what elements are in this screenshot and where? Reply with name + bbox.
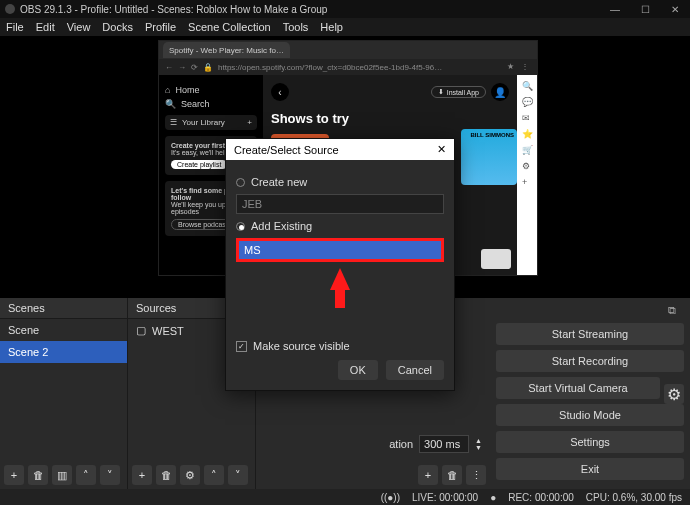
start-virtual-camera-button[interactable]: Start Virtual Camera bbox=[496, 377, 660, 399]
source-properties-button[interactable]: ⚙ bbox=[180, 465, 200, 485]
dialog-close-button[interactable]: ✕ bbox=[437, 143, 446, 156]
add-source-button[interactable]: + bbox=[132, 465, 152, 485]
menu-view[interactable]: View bbox=[67, 21, 91, 33]
dock-icon[interactable]: ⧉ bbox=[668, 304, 684, 316]
add-existing-radio[interactable]: Add Existing bbox=[236, 220, 444, 232]
dialog-title: Create/Select Source bbox=[234, 144, 339, 156]
start-recording-button[interactable]: Start Recording bbox=[496, 350, 684, 372]
window-title: OBS 29.1.3 - Profile: Untitled - Scenes:… bbox=[20, 4, 327, 15]
duration-input[interactable] bbox=[419, 435, 469, 453]
scenes-header: Scenes bbox=[0, 298, 127, 319]
add-transition-button[interactable]: + bbox=[418, 465, 438, 485]
settings-button[interactable]: Settings bbox=[496, 431, 684, 453]
delete-transition-button[interactable]: 🗑 bbox=[442, 465, 462, 485]
menu-docks[interactable]: Docks bbox=[102, 21, 133, 33]
menu-file[interactable]: File bbox=[6, 21, 24, 33]
podcast-thumb[interactable] bbox=[481, 249, 511, 269]
record-icon: ● bbox=[490, 492, 496, 503]
menu-scene-collection[interactable]: Scene Collection bbox=[188, 21, 271, 33]
nav-back-icon[interactable]: ‹ bbox=[271, 83, 289, 101]
browser-toolbar: ← → ⟳ 🔒 https://open.spotify.com/?flow_c… bbox=[159, 59, 537, 75]
nav-library[interactable]: ☰Your Library+ bbox=[165, 115, 257, 130]
profile-avatar[interactable]: 👤 bbox=[491, 83, 509, 101]
move-down-button[interactable]: ˅ bbox=[100, 465, 120, 485]
library-icon: ☰ bbox=[170, 118, 177, 127]
arrow-annotation bbox=[330, 268, 350, 290]
window-capture-icon: ▢ bbox=[136, 324, 146, 337]
browser-tabstrip: Spotify - Web Player: Music fo… bbox=[159, 41, 537, 59]
checkbox-icon: ✓ bbox=[236, 341, 247, 352]
make-visible-checkbox[interactable]: ✓ Make source visible bbox=[236, 340, 444, 352]
start-streaming-button[interactable]: Start Streaming bbox=[496, 323, 684, 345]
menu-tools[interactable]: Tools bbox=[283, 21, 309, 33]
nav-home[interactable]: ⌂Home bbox=[165, 85, 257, 95]
delete-source-button[interactable]: 🗑 bbox=[156, 465, 176, 485]
sidebar-icon[interactable]: 🛒 bbox=[522, 145, 532, 155]
create-playlist-button[interactable]: Create playlist bbox=[171, 160, 227, 169]
sidebar-icon[interactable]: 🔍 bbox=[522, 81, 532, 91]
create-new-radio[interactable]: Create new bbox=[236, 176, 444, 188]
scene-item[interactable]: Scene 2 bbox=[0, 341, 127, 363]
create-select-source-dialog: Create/Select Source ✕ Create new Add Ex… bbox=[225, 138, 455, 391]
scenes-toolbar: + 🗑 ▥ ˄ ˅ bbox=[0, 461, 127, 489]
titlebar: OBS 29.1.3 - Profile: Untitled - Scenes:… bbox=[0, 0, 690, 18]
reload-icon[interactable]: ⟳ bbox=[191, 63, 198, 72]
forward-icon[interactable]: → bbox=[178, 63, 186, 72]
status-rec: REC: 00:00:00 bbox=[508, 492, 574, 503]
address-bar[interactable]: https://open.spotify.com/?flow_ctx=d0bce… bbox=[218, 63, 502, 72]
cancel-button[interactable]: Cancel bbox=[386, 360, 444, 380]
move-up-button[interactable]: ˄ bbox=[76, 465, 96, 485]
vcam-settings-button[interactable]: ⚙ bbox=[664, 384, 684, 404]
source-name-input[interactable] bbox=[236, 194, 444, 214]
podcast-tile-bill[interactable]: BILL SIMMONS bbox=[461, 129, 517, 185]
sidebar-icon[interactable]: ⚙ bbox=[522, 161, 532, 171]
search-icon: 🔍 bbox=[165, 99, 176, 109]
spin-down-icon[interactable]: ▼ bbox=[475, 444, 482, 451]
filters-button[interactable]: ▥ bbox=[52, 465, 72, 485]
move-down-button[interactable]: ˅ bbox=[228, 465, 248, 485]
scenes-panel: Scenes Scene Scene 2 + 🗑 ▥ ˄ ˅ bbox=[0, 298, 128, 489]
edge-sidebar: 🔍 💬 ✉ ⭐ 🛒 ⚙ + bbox=[517, 75, 537, 275]
menu-profile[interactable]: Profile bbox=[145, 21, 176, 33]
maximize-button[interactable]: ☐ bbox=[630, 4, 660, 15]
status-live: LIVE: 00:00:00 bbox=[412, 492, 478, 503]
sidebar-icon[interactable]: ⭐ bbox=[522, 129, 532, 139]
exit-button[interactable]: Exit bbox=[496, 458, 684, 480]
controls-panel: ⧉ Start Streaming Start Recording Start … bbox=[490, 298, 690, 489]
download-icon: ⬇ bbox=[438, 88, 444, 96]
spin-up-icon[interactable]: ▲ bbox=[475, 437, 482, 444]
move-up-button[interactable]: ˄ bbox=[204, 465, 224, 485]
menu-help[interactable]: Help bbox=[320, 21, 343, 33]
sidebar-icon[interactable]: 💬 bbox=[522, 97, 532, 107]
delete-scene-button[interactable]: 🗑 bbox=[28, 465, 48, 485]
duration-label: ation bbox=[389, 438, 413, 450]
ok-button[interactable]: OK bbox=[338, 360, 378, 380]
plus-icon: + bbox=[247, 118, 252, 127]
transition-properties-button[interactable]: ⋮ bbox=[466, 465, 486, 485]
sidebar-icon[interactable]: + bbox=[522, 177, 532, 187]
install-app-button[interactable]: ⬇Install App bbox=[431, 86, 486, 98]
ext-icon[interactable]: ★ bbox=[507, 62, 517, 72]
status-cpu: CPU: 0.6%, 30.00 fps bbox=[586, 492, 682, 503]
studio-mode-button[interactable]: Studio Mode bbox=[496, 404, 684, 426]
close-button[interactable]: ✕ bbox=[660, 4, 690, 15]
add-scene-button[interactable]: + bbox=[4, 465, 24, 485]
menu-edit[interactable]: Edit bbox=[36, 21, 55, 33]
back-icon[interactable]: ← bbox=[165, 63, 173, 72]
lock-icon: 🔒 bbox=[203, 63, 213, 72]
dialog-titlebar: Create/Select Source ✕ bbox=[226, 139, 454, 160]
minimize-button[interactable]: — bbox=[600, 4, 630, 15]
transition-row: ation ▲▼ bbox=[256, 427, 490, 461]
menubar: File Edit View Docks Profile Scene Colle… bbox=[0, 18, 690, 36]
signal-icon: ((●)) bbox=[381, 492, 400, 503]
sidebar-icon[interactable]: ✉ bbox=[522, 113, 532, 123]
browser-tab[interactable]: Spotify - Web Player: Music fo… bbox=[163, 42, 290, 58]
status-bar: ((●)) LIVE: 00:00:00 ● REC: 00:00:00 CPU… bbox=[0, 489, 690, 505]
existing-source-item[interactable]: MS bbox=[239, 241, 441, 259]
obs-icon bbox=[5, 4, 15, 14]
ext-icon[interactable]: ⋮ bbox=[521, 62, 531, 72]
home-icon: ⌂ bbox=[165, 85, 170, 95]
highlight-annotation: MS bbox=[236, 238, 444, 262]
nav-search[interactable]: 🔍Search bbox=[165, 99, 257, 109]
scene-item[interactable]: Scene bbox=[0, 319, 127, 341]
